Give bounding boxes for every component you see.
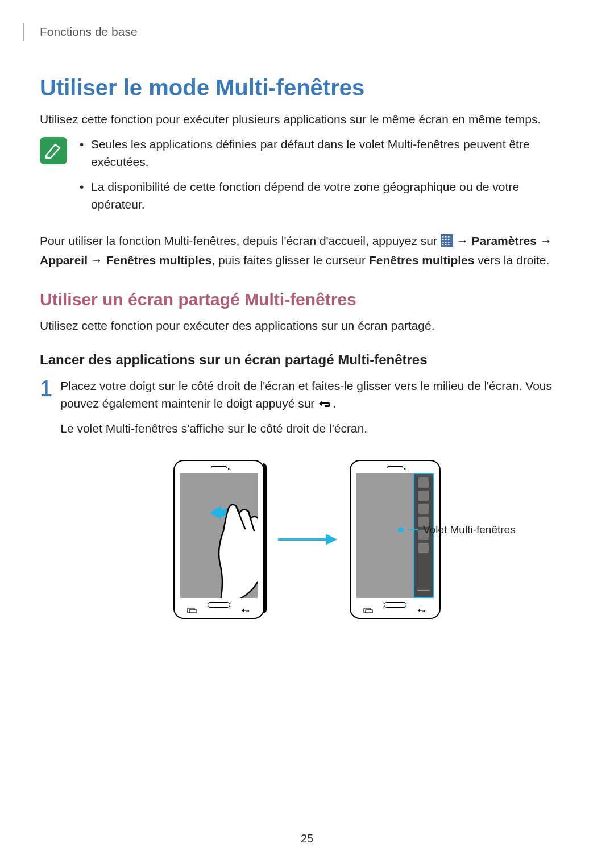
note-item: Seules les applications définies par déf…	[77, 136, 574, 171]
back-icon	[318, 396, 333, 414]
phone-illustration-swipe	[173, 460, 264, 619]
instruction-paragraph: Pour utiliser la fonction Multi-fenêtres…	[40, 231, 574, 269]
page-number: 25	[0, 832, 614, 845]
page-title: Utiliser le mode Multi-fenêtres	[40, 75, 574, 101]
note-icon	[40, 137, 67, 164]
step-text: Le volet Multi-fenêtres s'affiche sur le…	[60, 420, 574, 438]
section-desc: Utilisez cette fonction pour exécuter de…	[40, 317, 574, 334]
apps-grid-icon	[441, 234, 453, 247]
arrow-right-icon	[276, 533, 338, 546]
subsection-heading: Lancer des applications sur un écran par…	[40, 352, 574, 368]
breadcrumb: Fonctions de base	[23, 23, 574, 41]
phone-illustration-panel	[350, 460, 441, 619]
step-1: 1 Placez votre doigt sur le côté droit d…	[40, 377, 574, 443]
swipe-gesture-icon	[197, 496, 258, 598]
callout: Volet Multi-fenêtres	[398, 524, 516, 536]
svg-marker-4	[326, 534, 337, 545]
note-item: La disponibilité de cette fonction dépen…	[77, 178, 574, 213]
svg-rect-2	[189, 610, 196, 613]
section-heading: Utiliser un écran partagé Multi-fenêtres	[40, 290, 574, 309]
illustration: Volet Multi-fenêtres	[40, 460, 574, 619]
step-text: Placez votre doigt sur le côté droit de …	[60, 377, 574, 414]
callout-label: Volet Multi-fenêtres	[423, 524, 516, 536]
svg-rect-6	[366, 610, 372, 613]
note-block: Seules les applications définies par déf…	[40, 136, 574, 221]
step-number: 1	[40, 377, 52, 443]
intro-text: Utilisez cette fonction pour exécuter pl…	[40, 111, 574, 128]
